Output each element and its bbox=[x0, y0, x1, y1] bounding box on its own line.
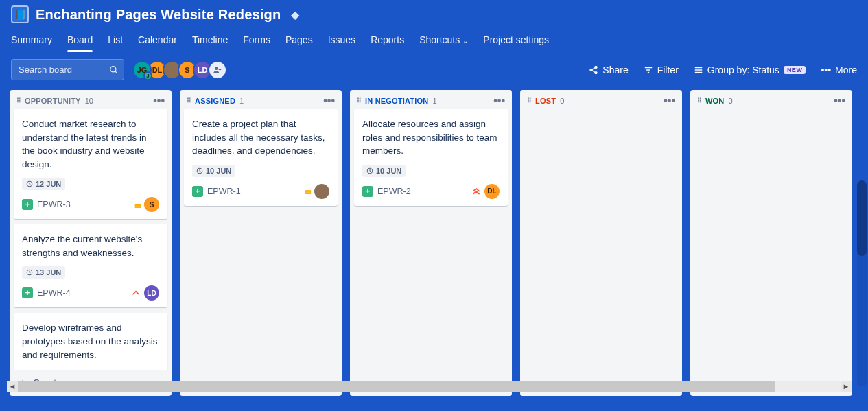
priority-icon bbox=[131, 288, 141, 298]
tab-reports[interactable]: Reports bbox=[371, 32, 404, 52]
svg-line-9 bbox=[592, 70, 596, 72]
column-won: ⠿WON0••• bbox=[690, 90, 852, 396]
issue-card[interactable]: Allocate resources and assign roles and … bbox=[354, 109, 508, 206]
board-area: ⠿OPPORTUNITY10•••Conduct market research… bbox=[0, 80, 868, 396]
assignee-avatar[interactable]: LD bbox=[144, 285, 159, 301]
drag-handle-icon[interactable]: ⠿ bbox=[697, 97, 701, 104]
add-member-button[interactable] bbox=[208, 60, 227, 80]
tab-shortcuts[interactable]: Shortcuts⌄ bbox=[419, 32, 468, 52]
share-icon bbox=[589, 65, 598, 75]
column-count: 1 bbox=[239, 97, 244, 105]
issue-key: EPWR-2 bbox=[377, 187, 411, 196]
priority-icon: ━━ bbox=[135, 200, 141, 209]
more-button[interactable]: ••• More bbox=[821, 64, 857, 75]
chevron-down-icon: ⌄ bbox=[462, 37, 468, 45]
columns-container: ⠿OPPORTUNITY10•••Conduct market research… bbox=[10, 90, 861, 396]
share-label: Share bbox=[602, 64, 628, 75]
tab-summary[interactable]: Summary bbox=[11, 32, 52, 52]
theme-icon[interactable]: ◆ bbox=[288, 7, 303, 22]
filter-button[interactable]: Filter bbox=[644, 64, 679, 75]
column-menu-button[interactable]: ••• bbox=[834, 98, 845, 104]
more-icon: ••• bbox=[821, 64, 831, 75]
issue-type-icon bbox=[362, 186, 373, 197]
drag-handle-icon[interactable]: ⠿ bbox=[16, 97, 21, 104]
tab-calendar[interactable]: Calendar bbox=[138, 32, 177, 52]
search-input[interactable] bbox=[11, 59, 124, 80]
scroll-right-arrow[interactable]: ► bbox=[841, 382, 852, 390]
column-opportunity: ⠿OPPORTUNITY10•••Conduct market research… bbox=[10, 90, 172, 396]
tab-issues[interactable]: Issues bbox=[328, 32, 355, 52]
column-menu-button[interactable]: ••• bbox=[493, 98, 505, 104]
tab-project-settings[interactable]: Project settings bbox=[483, 32, 549, 52]
due-date-chip: 12 JUN bbox=[22, 178, 65, 190]
column-assigned: ⠿ASSIGNED1•••Create a project plan that … bbox=[180, 90, 342, 396]
column-title: OPPORTUNITY bbox=[25, 97, 81, 105]
tab-list[interactable]: List bbox=[108, 32, 123, 52]
issue-type-icon bbox=[22, 199, 33, 210]
group-icon bbox=[694, 65, 703, 75]
board-toolbar: JGJDLSLD Share Filter Group by: Status N… bbox=[0, 52, 868, 80]
issue-type-icon bbox=[22, 287, 33, 298]
card-summary: Allocate resources and assign roles and … bbox=[362, 117, 500, 158]
groupby-button[interactable]: Group by: Status NEW bbox=[694, 64, 806, 75]
new-badge: NEW bbox=[784, 66, 806, 74]
issue-key: EPWR-3 bbox=[37, 200, 71, 209]
board-header: 📘 Enchanting Pages Website Redesign ◆ Su… bbox=[0, 0, 868, 52]
svg-line-1 bbox=[115, 71, 117, 73]
tab-pages[interactable]: Pages bbox=[285, 32, 313, 52]
column-title: WON bbox=[705, 97, 724, 105]
clock-icon bbox=[26, 180, 33, 187]
project-avatar[interactable]: 📘 bbox=[11, 5, 29, 23]
tab-board[interactable]: Board bbox=[67, 32, 93, 52]
horizontal-scrollbar[interactable]: ◄ ► bbox=[7, 381, 852, 392]
svg-point-2 bbox=[215, 67, 218, 70]
assignee-avatar[interactable]: DL bbox=[484, 184, 500, 199]
clock-icon bbox=[26, 269, 33, 276]
column-lost: ⠿LOST0••• bbox=[520, 90, 682, 396]
share-button[interactable]: Share bbox=[589, 64, 628, 75]
scroll-left-arrow[interactable]: ◄ bbox=[7, 382, 18, 390]
issue-key: EPWR-1 bbox=[207, 187, 241, 196]
assignee-avatar[interactable]: S bbox=[144, 197, 159, 212]
card-summary: Conduct market research to understand th… bbox=[22, 117, 159, 171]
nav-tabs: SummaryBoardListCalendarTimelineFormsPag… bbox=[11, 32, 857, 52]
priority-icon: ━━ bbox=[305, 187, 311, 196]
issue-card[interactable]: Analyze the current website's strengths … bbox=[14, 224, 167, 307]
column-menu-button[interactable]: ••• bbox=[664, 98, 675, 104]
issue-card[interactable]: Conduct market research to understand th… bbox=[14, 109, 167, 219]
assignee-avatar[interactable] bbox=[314, 184, 329, 199]
priority-icon bbox=[471, 187, 481, 196]
drag-handle-icon[interactable]: ⠿ bbox=[357, 97, 361, 104]
column-menu-button[interactable]: ••• bbox=[153, 98, 165, 104]
tab-forms[interactable]: Forms bbox=[243, 32, 270, 52]
due-date-chip: 13 JUN bbox=[22, 266, 65, 279]
issue-card[interactable]: Create a project plan that includes all … bbox=[184, 109, 338, 206]
issue-card[interactable]: Develop wireframes and prototypes based … bbox=[14, 313, 167, 370]
column-count: 0 bbox=[560, 97, 564, 105]
column-title: IN NEGOTIATION bbox=[365, 97, 428, 105]
filter-icon bbox=[644, 65, 653, 75]
column-negotiation: ⠿IN NEGOTIATION1•••Allocate resources an… bbox=[350, 90, 512, 396]
column-title: ASSIGNED bbox=[195, 97, 235, 105]
column-count: 1 bbox=[432, 97, 436, 105]
column-menu-button[interactable]: ••• bbox=[323, 98, 335, 104]
drag-handle-icon[interactable]: ⠿ bbox=[187, 97, 191, 104]
due-date-chip: 10 JUN bbox=[362, 165, 406, 177]
more-label: More bbox=[835, 64, 857, 75]
drag-handle-icon[interactable]: ⠿ bbox=[527, 97, 531, 104]
vertical-scrollbar[interactable] bbox=[857, 180, 867, 386]
filter-label: Filter bbox=[657, 64, 679, 75]
card-summary: Develop wireframes and prototypes based … bbox=[22, 321, 159, 362]
column-title: LOST bbox=[535, 97, 556, 105]
card-summary: Analyze the current website's strengths … bbox=[22, 233, 159, 259]
search-icon bbox=[109, 65, 119, 75]
card-summary: Create a project plan that includes all … bbox=[192, 117, 329, 158]
svg-point-0 bbox=[110, 66, 116, 71]
clock-icon bbox=[196, 167, 203, 174]
tab-timeline[interactable]: Timeline bbox=[192, 32, 228, 52]
member-avatar[interactable]: JGJ bbox=[132, 60, 152, 80]
column-count: 0 bbox=[728, 97, 732, 105]
due-date-chip: 10 JUN bbox=[192, 165, 235, 177]
column-count: 10 bbox=[85, 97, 93, 105]
svg-line-8 bbox=[592, 67, 596, 69]
